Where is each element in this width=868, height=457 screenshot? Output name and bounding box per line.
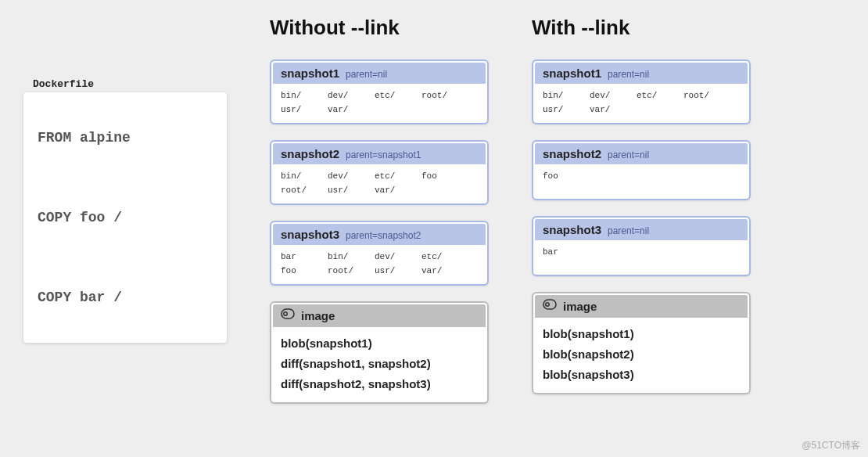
file-entry: var/ bbox=[375, 183, 421, 197]
image-body: blob(snapshot1) diff(snapshot1, snapshot… bbox=[273, 327, 486, 401]
snapshot-parent: parent=nil bbox=[346, 69, 387, 80]
file-entry: usr/ bbox=[543, 103, 590, 117]
snapshot-name: snapshot2 bbox=[543, 147, 601, 160]
file-entry: root/ bbox=[328, 264, 375, 278]
snapshot-files: bar bbox=[535, 240, 748, 273]
snapshot-card: snapshot1 parent=nil bin/ dev/ etc/ root… bbox=[532, 59, 751, 124]
file-entry: usr/ bbox=[375, 264, 421, 278]
with-title: With --link bbox=[532, 16, 751, 40]
disk-icon bbox=[543, 299, 557, 314]
image-line: blob(snapshot3) bbox=[543, 365, 740, 385]
without-link-column: Without --link snapshot1 parent=nil bin/… bbox=[270, 0, 489, 404]
file-entry: dev/ bbox=[328, 88, 375, 103]
file-entry: dev/ bbox=[375, 250, 421, 264]
dockerfile-label: Dockerfile bbox=[33, 78, 227, 90]
snapshot-files: foo bbox=[535, 164, 748, 197]
file-entry: var/ bbox=[328, 103, 375, 117]
image-card: image blob(snapshot1) blob(snapshot2) bl… bbox=[532, 292, 751, 394]
file-entry: etc/ bbox=[637, 88, 683, 103]
file-entry: usr/ bbox=[328, 183, 375, 197]
image-title: image bbox=[563, 300, 597, 313]
file-entry: var/ bbox=[421, 264, 468, 278]
image-header: image bbox=[273, 304, 486, 327]
image-line: diff(snapshot1, snapshot2) bbox=[281, 354, 478, 374]
snapshot-header: snapshot2 parent=snapshot1 bbox=[273, 143, 486, 164]
disk-icon bbox=[281, 308, 295, 323]
without-title: Without --link bbox=[270, 16, 489, 40]
snapshot-files: bar bin/ dev/ etc/ foo root/ usr/ var/ bbox=[273, 245, 486, 282]
file-entry: bin/ bbox=[281, 88, 328, 103]
image-title: image bbox=[301, 309, 335, 322]
dockerfile-line-3: COPY bar / bbox=[38, 290, 213, 305]
file-entry: bin/ bbox=[281, 169, 328, 183]
image-line: blob(snapshot1) bbox=[543, 324, 740, 344]
file-entry: foo bbox=[543, 169, 590, 193]
with-link-column: With --link snapshot1 parent=nil bin/ de… bbox=[532, 0, 751, 394]
snapshot-name: snapshot1 bbox=[281, 67, 339, 80]
svg-point-1 bbox=[284, 312, 287, 315]
snapshot-parent: parent=snapshot2 bbox=[346, 230, 421, 241]
file-entry: root/ bbox=[281, 183, 328, 197]
snapshot-header: snapshot3 parent=snapshot2 bbox=[273, 224, 486, 245]
snapshot-header: snapshot1 parent=nil bbox=[535, 63, 748, 84]
file-entry: bin/ bbox=[328, 250, 375, 264]
file-entry: dev/ bbox=[328, 169, 375, 183]
snapshot-parent: parent=nil bbox=[608, 69, 649, 80]
snapshot-parent: parent=nil bbox=[608, 149, 649, 160]
file-entry: root/ bbox=[421, 88, 468, 103]
snapshot-card: snapshot1 parent=nil bin/ dev/ etc/ root… bbox=[270, 59, 489, 124]
image-card: image blob(snapshot1) diff(snapshot1, sn… bbox=[270, 301, 489, 404]
file-entry: usr/ bbox=[281, 103, 328, 117]
dockerfile-column: Dockerfile FROM alpine COPY foo / COPY b… bbox=[23, 78, 227, 343]
file-entry: foo bbox=[281, 264, 328, 278]
file-entry: foo bbox=[421, 169, 468, 183]
file-entry: etc/ bbox=[375, 88, 421, 103]
file-entry: root/ bbox=[683, 88, 730, 103]
snapshot-header: snapshot1 parent=nil bbox=[273, 63, 486, 84]
dockerfile-box: FROM alpine COPY foo / COPY bar / bbox=[23, 92, 227, 343]
snapshot-parent: parent=snapshot1 bbox=[346, 149, 421, 160]
snapshot-card: snapshot2 parent=nil foo bbox=[532, 140, 751, 200]
file-entry: bin/ bbox=[543, 88, 590, 103]
dockerfile-line-2: COPY foo / bbox=[38, 210, 213, 225]
image-header: image bbox=[535, 295, 748, 318]
file-entry: etc/ bbox=[421, 250, 468, 264]
image-body: blob(snapshot1) blob(snapshot2) blob(sna… bbox=[535, 318, 748, 391]
snapshot-name: snapshot2 bbox=[281, 147, 339, 160]
snapshot-name: snapshot3 bbox=[543, 223, 601, 236]
svg-point-3 bbox=[546, 303, 549, 306]
file-entry: bar bbox=[543, 245, 590, 268]
diagram-container: Dockerfile FROM alpine COPY foo / COPY b… bbox=[0, 0, 868, 404]
snapshot-name: snapshot1 bbox=[543, 67, 601, 80]
image-line: diff(snapshot2, snapshot3) bbox=[281, 374, 478, 394]
watermark: @51CTO博客 bbox=[802, 439, 860, 452]
snapshot-card: snapshot3 parent=nil bar bbox=[532, 216, 751, 276]
snapshot-card: snapshot3 parent=snapshot2 bar bin/ dev/… bbox=[270, 221, 489, 286]
snapshot-files: bin/ dev/ etc/ root/ usr/ var/ bbox=[273, 84, 486, 121]
snapshot-header: snapshot2 parent=nil bbox=[535, 143, 748, 164]
snapshot-files: bin/ dev/ etc/ root/ usr/ var/ bbox=[535, 84, 748, 121]
snapshot-header: snapshot3 parent=nil bbox=[535, 219, 748, 240]
file-entry: bar bbox=[281, 250, 328, 264]
file-entry: var/ bbox=[590, 103, 637, 117]
dockerfile-line-1: FROM alpine bbox=[38, 130, 213, 146]
snapshot-card: snapshot2 parent=snapshot1 bin/ dev/ etc… bbox=[270, 140, 489, 205]
file-entry: dev/ bbox=[590, 88, 637, 103]
snapshot-parent: parent=nil bbox=[608, 225, 649, 236]
snapshot-name: snapshot3 bbox=[281, 228, 339, 241]
snapshot-files: bin/ dev/ etc/ foo root/ usr/ var/ bbox=[273, 164, 486, 202]
image-line: blob(snapshot1) bbox=[281, 333, 478, 354]
file-entry: etc/ bbox=[375, 169, 421, 183]
image-line: blob(snapshot2) bbox=[543, 344, 740, 365]
